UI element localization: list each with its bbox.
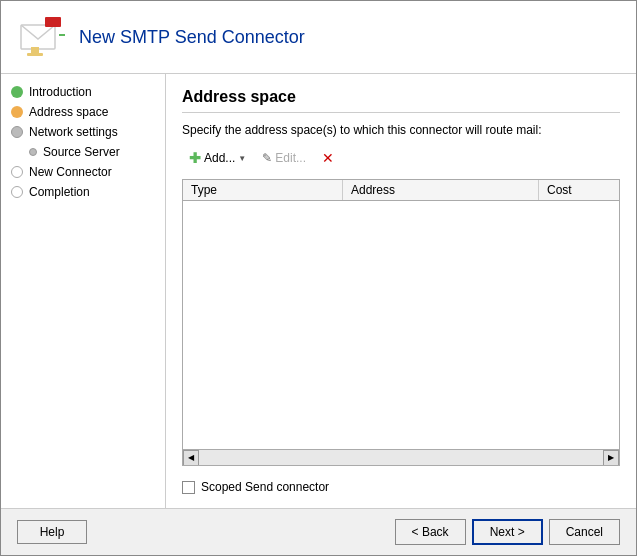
table-header: Type Address Cost	[183, 180, 619, 201]
svg-rect-2	[31, 47, 39, 53]
address-space-table: Type Address Cost ◀ ▶	[182, 179, 620, 466]
completion-icon	[11, 186, 23, 198]
toolbar: ✚ Add... ▼ ✎ Edit... ✕	[182, 147, 620, 169]
add-button[interactable]: ✚ Add... ▼	[182, 147, 253, 169]
dialog-footer: Help < Back Next > Cancel	[1, 508, 636, 555]
address-space-icon	[11, 106, 23, 118]
table-body[interactable]	[183, 201, 619, 449]
add-icon: ✚	[189, 150, 201, 166]
edit-icon: ✎	[262, 151, 272, 165]
network-settings-icon	[11, 126, 23, 138]
new-connector-icon	[11, 166, 23, 178]
header-icon	[17, 13, 65, 61]
column-address: Address	[343, 180, 539, 200]
content-title: Address space	[182, 88, 620, 113]
add-dropdown-arrow: ▼	[238, 154, 246, 163]
main-content: Address space Specify the address space(…	[166, 74, 636, 508]
sidebar-item-completion[interactable]: Completion	[1, 182, 165, 202]
scoped-row: Scoped Send connector	[182, 480, 620, 494]
remove-button[interactable]: ✕	[315, 147, 341, 169]
footer-right-buttons: < Back Next > Cancel	[395, 519, 620, 545]
scoped-checkbox[interactable]	[182, 481, 195, 494]
svg-rect-3	[27, 53, 43, 56]
scroll-left-button[interactable]: ◀	[183, 450, 199, 466]
sidebar-item-source-server[interactable]: Source Server	[1, 142, 165, 162]
column-type: Type	[183, 180, 343, 200]
dialog-body: Introduction Address space Network setti…	[1, 74, 636, 508]
svg-rect-1	[45, 17, 61, 27]
add-label: Add...	[204, 151, 235, 165]
source-server-icon	[29, 148, 37, 156]
scroll-right-button[interactable]: ▶	[603, 450, 619, 466]
edit-label: Edit...	[275, 151, 306, 165]
sidebar-label-network-settings: Network settings	[29, 125, 118, 139]
introduction-icon	[11, 86, 23, 98]
sidebar-item-address-space[interactable]: Address space	[1, 102, 165, 122]
dialog-header: New SMTP Send Connector	[1, 1, 636, 74]
sidebar-label-address-space: Address space	[29, 105, 108, 119]
dialog-title: New SMTP Send Connector	[79, 27, 305, 48]
column-cost: Cost	[539, 180, 619, 200]
next-button[interactable]: Next >	[472, 519, 543, 545]
sidebar-item-introduction[interactable]: Introduction	[1, 82, 165, 102]
content-description: Specify the address space(s) to which th…	[182, 123, 620, 137]
sidebar-label-new-connector: New Connector	[29, 165, 112, 179]
sidebar: Introduction Address space Network setti…	[1, 74, 166, 508]
horizontal-scrollbar[interactable]: ◀ ▶	[183, 449, 619, 465]
scroll-track[interactable]	[199, 450, 603, 465]
remove-icon: ✕	[322, 150, 334, 166]
sidebar-label-source-server: Source Server	[43, 145, 120, 159]
sidebar-item-new-connector[interactable]: New Connector	[1, 162, 165, 182]
scoped-label: Scoped Send connector	[201, 480, 329, 494]
back-button[interactable]: < Back	[395, 519, 466, 545]
sidebar-label-completion: Completion	[29, 185, 90, 199]
cancel-button[interactable]: Cancel	[549, 519, 620, 545]
help-button[interactable]: Help	[17, 520, 87, 544]
dialog: New SMTP Send Connector Introduction Add…	[0, 0, 637, 556]
sidebar-item-network-settings[interactable]: Network settings	[1, 122, 165, 142]
edit-button[interactable]: ✎ Edit...	[255, 148, 313, 168]
sidebar-label-introduction: Introduction	[29, 85, 92, 99]
